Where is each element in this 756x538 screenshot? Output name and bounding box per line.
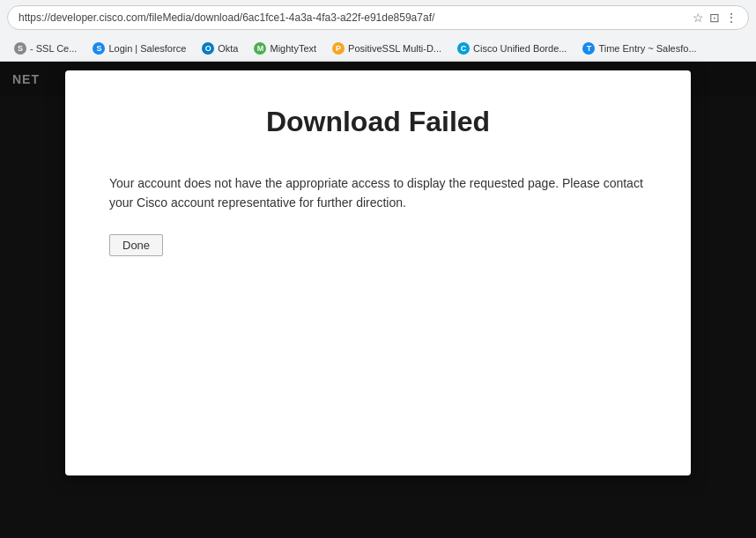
bookmark-label-mightytext: MightyText: [270, 43, 316, 54]
address-text: https://developer.cisco.com/fileMedia/do…: [19, 11, 687, 24]
bookmark-positivessl[interactable]: P PositiveSSL Multi-D...: [325, 41, 448, 56]
modal-title: Download Failed: [109, 106, 647, 138]
bookmark-icon-ssl: S: [14, 42, 26, 55]
bookmarks-bar: S - SSL Ce... S Login | Salesforce O Okt…: [0, 35, 756, 62]
site-content: NET Discover Technologies Community Supp…: [0, 62, 756, 538]
bookmark-icon-salesforce: S: [93, 42, 105, 55]
bookmark-icon-mightytext: M: [254, 42, 266, 55]
modal-overlay: Download Failed Your account does not ha…: [0, 62, 756, 538]
bookmark-icon-okta: O: [202, 42, 214, 55]
more-icon[interactable]: ⋮: [725, 11, 737, 25]
bookmark-time-entry[interactable]: T Time Entry ~ Salesfo...: [575, 41, 703, 56]
bookmark-cisco-unified[interactable]: C Cisco Unified Borde...: [450, 41, 574, 56]
done-button[interactable]: Done: [109, 234, 163, 256]
bookmark-icon-time-entry: T: [582, 42, 595, 55]
bookmark-label-cisco-unified: Cisco Unified Borde...: [473, 43, 567, 54]
bookmark-icon-cisco-unified: C: [457, 42, 470, 55]
star-icon[interactable]: ☆: [693, 11, 704, 25]
bookmark-icon-positivessl: P: [332, 42, 345, 55]
modal-dialog: Download Failed Your account does not ha…: [65, 70, 691, 475]
bookmark-label-okta: Okta: [218, 43, 238, 54]
bookmark-label-salesforce: Login | Salesforce: [108, 43, 186, 54]
bookmark-okta[interactable]: O Okta: [195, 41, 245, 56]
share-icon[interactable]: ⊡: [709, 11, 720, 25]
bookmark-ssl[interactable]: S - SSL Ce...: [7, 41, 84, 56]
bookmark-label-positivessl: PositiveSSL Multi-D...: [348, 43, 441, 54]
bookmark-salesforce[interactable]: S Login | Salesforce: [85, 41, 193, 56]
bookmark-mightytext[interactable]: M MightyText: [247, 41, 323, 56]
bookmark-label-time-entry: Time Entry ~ Salesfo...: [598, 43, 696, 54]
bookmark-label-ssl: - SSL Ce...: [30, 43, 77, 54]
address-bar[interactable]: https://developer.cisco.com/fileMedia/do…: [7, 5, 749, 30]
address-bar-row: https://developer.cisco.com/fileMedia/do…: [0, 0, 756, 35]
modal-body: Your account does not have the appropria…: [109, 173, 647, 213]
